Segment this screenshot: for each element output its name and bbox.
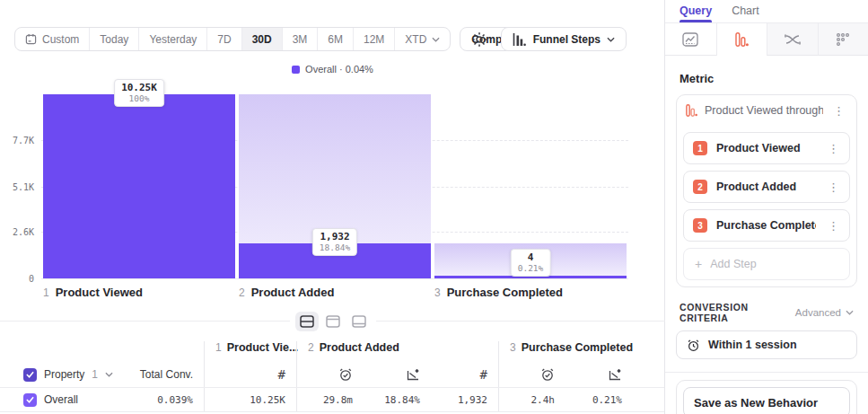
property-header-cell[interactable]: Property 1	[0, 362, 117, 387]
rate-column-header[interactable]	[566, 362, 633, 387]
time-to-convert-icon	[338, 367, 353, 382]
count-column-header[interactable]: #	[204, 362, 296, 387]
table-group-header-row: 1 Product Vie... 2 Product Added 3 Purch…	[0, 341, 664, 362]
layout-top-icon	[326, 315, 340, 328]
time-to-convert-icon	[540, 367, 555, 382]
insights-chart-icon	[682, 32, 698, 47]
y-axis-tick: 7.7K	[0, 136, 34, 145]
overall-row-cell: Overall	[0, 388, 117, 411]
step2-time-value: 29.8m	[296, 388, 364, 411]
group-header-step2: 2 Product Added	[296, 341, 498, 362]
metric-section-label: Metric	[679, 72, 854, 85]
query-step-2[interactable]: 2 Product Added ⋮	[683, 171, 850, 203]
tab-insights[interactable]	[665, 23, 716, 56]
step3-rate-value: 0.21%	[566, 388, 633, 411]
bar-value-label: 10.25K100%	[114, 79, 164, 107]
step-label-2: 2 Product Added	[239, 286, 334, 299]
conversion-rate-icon	[608, 368, 622, 382]
funnel-metric-row[interactable]: Product Viewed through Purchas... ⋮	[683, 95, 850, 126]
add-step-button[interactable]: + Add Step	[683, 248, 850, 280]
layout-toggle-group	[0, 310, 665, 333]
layout-chart-button[interactable]	[321, 312, 345, 331]
tab-chart[interactable]: Chart	[732, 4, 759, 22]
table-row[interactable]: Overall 0.039% 10.25K 29.8m 18.84% 1,932…	[0, 388, 664, 412]
y-axis-tick: 5.1K	[0, 182, 34, 192]
report-type-tabs	[665, 23, 868, 56]
tab-retention[interactable]	[818, 23, 868, 56]
layout-split-button[interactable]	[295, 312, 319, 331]
select-all-checkbox[interactable]	[23, 368, 37, 382]
step-label-3: 3 Purchase Completed	[434, 286, 563, 299]
plus-icon: +	[695, 257, 702, 271]
flows-icon	[785, 32, 801, 47]
row-name: Overall	[44, 393, 78, 406]
funnel-mini-icon	[686, 104, 697, 117]
step-number-badge: 1	[693, 141, 707, 155]
check-icon	[26, 371, 34, 378]
funnel-metric-title: Product Viewed through Purchas...	[705, 104, 823, 117]
count-icon: #	[480, 367, 487, 382]
conversion-criteria-label: CONVERSION CRITERIA	[679, 302, 795, 323]
funnel-chart: 1 Product Viewed 2 Product Added 3 Purch…	[0, 0, 665, 310]
query-step-1[interactable]: 1 Product Viewed ⋮	[683, 132, 850, 164]
time-column-header[interactable]	[296, 362, 364, 387]
chevron-down-icon	[105, 372, 113, 377]
alarm-clock-icon	[687, 339, 700, 352]
count-icon: #	[278, 367, 285, 382]
step2-rate-value: 18.84%	[364, 388, 431, 411]
kebab-menu-icon[interactable]: ⋮	[830, 105, 847, 117]
layout-bottom-icon	[352, 315, 366, 328]
conversion-window-button[interactable]: Within 1 session	[676, 330, 857, 359]
step-label-1: 1 Product Viewed	[43, 286, 143, 299]
step-number-badge: 3	[693, 218, 707, 233]
funnel-bar-converted-segment[interactable]	[43, 94, 235, 278]
step1-count-value: 10.25K	[204, 388, 296, 411]
step-number-badge: 2	[693, 180, 707, 194]
chevron-down-icon	[846, 310, 854, 315]
kebab-menu-icon[interactable]: ⋮	[825, 181, 842, 193]
group-header-step1: 1 Product Vie...	[204, 341, 296, 362]
bar-value-label: 1,93218.84%	[312, 228, 357, 256]
y-axis-tick: 0	[0, 274, 34, 284]
tab-flows[interactable]	[767, 23, 818, 56]
x-axis-line	[41, 278, 628, 279]
kebab-menu-icon[interactable]: ⋮	[825, 143, 842, 154]
conversion-rate-icon	[406, 368, 420, 382]
breakdown-table: 1 Product Vie... 2 Product Added 3 Purch…	[0, 341, 664, 412]
conversion-criteria-header: CONVERSION CRITERIA Advanced	[679, 302, 854, 323]
funnel-report-panel: Custom Today Yesterday 7D 30D 3M 6M 12M …	[0, 0, 665, 414]
behavior-card: Save as New Behavior Unique Users All St…	[676, 380, 857, 414]
group-header-step3: 3 Purchase Completed	[498, 341, 664, 362]
check-icon	[26, 396, 34, 403]
layout-table-button[interactable]	[347, 312, 371, 331]
tab-funnels[interactable]	[716, 23, 767, 56]
query-step-3[interactable]: 3 Purchase Completed ⋮	[683, 209, 850, 242]
metric-card: Product Viewed through Purchas... ⋮ 1 Pr…	[676, 94, 857, 287]
y-axis-tick: 2.6K	[0, 227, 34, 237]
divider	[665, 372, 868, 373]
funnel-bars-icon	[735, 32, 749, 47]
bar-value-label: 40.21%	[511, 249, 551, 277]
tab-query[interactable]: Query	[679, 4, 712, 22]
advanced-dropdown[interactable]: Advanced	[795, 307, 854, 318]
total-conv-header[interactable]: Total Conv.	[117, 362, 204, 387]
query-builder-sidebar: Query Chart Metric Product Viewed throug…	[665, 0, 868, 414]
rate-column-header[interactable]	[364, 362, 431, 387]
row-checkbox[interactable]	[23, 393, 37, 407]
sidebar-tabs: Query Chart	[665, 0, 868, 23]
step3-time-value: 2.4h	[498, 388, 566, 411]
layout-split-icon	[300, 315, 314, 328]
kebab-menu-icon[interactable]: ⋮	[825, 220, 842, 232]
time-column-header[interactable]	[498, 362, 566, 387]
save-behavior-button[interactable]: Save as New Behavior	[683, 387, 850, 414]
total-conv-value: 0.039%	[117, 388, 204, 411]
step2-count-value: 1,932	[431, 388, 498, 411]
count-column-header[interactable]: #	[431, 362, 498, 387]
table-header-row: Property 1 Total Conv. # #	[0, 362, 664, 388]
retention-dots-icon	[836, 32, 850, 47]
